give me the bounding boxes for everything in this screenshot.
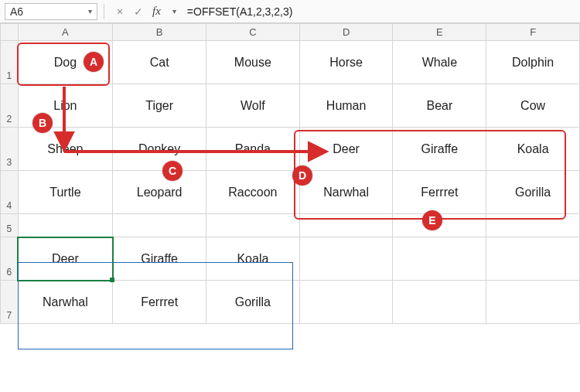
grid[interactable]: A B C D E F 1 Dog Cat Mouse Horse Whale … xyxy=(0,23,580,324)
cell-E7[interactable] xyxy=(393,281,486,324)
cell-A5[interactable] xyxy=(18,214,113,237)
col-header-A[interactable]: A xyxy=(18,24,113,41)
cell-F4[interactable]: Gorilla xyxy=(486,171,580,214)
select-all-corner[interactable] xyxy=(1,24,19,41)
cell-B1[interactable]: Cat xyxy=(113,41,206,84)
col-header-row: A B C D E F xyxy=(1,24,580,41)
cell-F5[interactable] xyxy=(486,214,580,237)
confirm-icon[interactable]: ✓ xyxy=(131,4,146,19)
cell-B7[interactable]: Ferrret xyxy=(113,281,206,324)
cell-B3[interactable]: Donkey xyxy=(113,128,206,171)
cell-A2[interactable]: Lion xyxy=(18,84,113,128)
cell-D7[interactable] xyxy=(299,281,393,324)
cell-D1[interactable]: Horse xyxy=(299,41,393,84)
cell-B2[interactable]: Tiger xyxy=(113,84,206,128)
cell-D3[interactable]: Deer xyxy=(299,128,393,171)
row-3: 3 Sheep Donkey Panda Deer Giraffe Koala xyxy=(1,128,580,171)
cell-D4[interactable]: Narwhal xyxy=(299,171,393,214)
cell-B6[interactable]: Giraffe xyxy=(113,237,206,281)
cell-D2[interactable]: Human xyxy=(299,84,393,128)
cell-B4[interactable]: Leopard xyxy=(113,171,206,214)
col-header-D[interactable]: D xyxy=(299,24,393,41)
row-7: 7 Narwhal Ferrret Gorilla xyxy=(1,281,580,324)
cell-B5[interactable] xyxy=(113,214,206,237)
cell-E4[interactable]: Ferrret xyxy=(393,171,486,214)
cell-A6[interactable]: Deer xyxy=(18,237,113,281)
cell-E5[interactable] xyxy=(393,214,486,237)
cell-F1[interactable]: Dolphin xyxy=(486,41,580,84)
cell-A7[interactable]: Narwhal xyxy=(18,281,113,324)
col-header-E[interactable]: E xyxy=(393,24,486,41)
chevron-down-icon[interactable]: ▾ xyxy=(167,4,183,19)
formula-input[interactable]: =OFFSET(A1,2,3,2,3) xyxy=(184,5,580,18)
cell-C5[interactable] xyxy=(206,214,300,237)
name-box-value: A6 xyxy=(10,5,23,18)
fx-icon[interactable]: fx xyxy=(152,5,161,18)
row-header-6[interactable]: 6 xyxy=(1,237,19,281)
cell-F3[interactable]: Koala xyxy=(486,128,580,171)
cell-D6[interactable] xyxy=(299,237,393,281)
cell-C6[interactable]: Koala xyxy=(206,237,300,281)
col-header-C[interactable]: C xyxy=(206,24,300,41)
row-5: 5 xyxy=(1,214,580,237)
chevron-down-icon: ▾ xyxy=(88,7,92,15)
cell-D5[interactable] xyxy=(299,214,393,237)
cell-F6[interactable] xyxy=(486,237,580,281)
row-4: 4 Turtle Leopard Raccoon Narwhal Ferrret… xyxy=(1,171,580,214)
cell-C3[interactable]: Panda xyxy=(206,128,300,171)
cancel-icon[interactable]: × xyxy=(112,4,128,19)
row-1: 1 Dog Cat Mouse Horse Whale Dolphin xyxy=(1,41,580,84)
row-header-2[interactable]: 2 xyxy=(1,84,19,128)
col-header-F[interactable]: F xyxy=(486,24,580,41)
cell-E3[interactable]: Giraffe xyxy=(393,128,486,171)
cell-F7[interactable] xyxy=(486,281,580,324)
worksheet[interactable]: A B C D E F 1 Dog Cat Mouse Horse Whale … xyxy=(0,23,580,324)
cell-A4[interactable]: Turtle xyxy=(18,171,113,214)
row-header-4[interactable]: 4 xyxy=(1,171,19,214)
cell-C1[interactable]: Mouse xyxy=(206,41,300,84)
name-box[interactable]: A6 ▾ xyxy=(5,3,97,20)
row-6: 6 Deer Giraffe Koala xyxy=(1,237,580,281)
row-2: 2 Lion Tiger Wolf Human Bear Cow xyxy=(1,84,580,128)
cell-E2[interactable]: Bear xyxy=(393,84,486,128)
cell-F2[interactable]: Cow xyxy=(486,84,580,128)
cell-A3[interactable]: Sheep xyxy=(18,128,113,171)
col-header-B[interactable]: B xyxy=(113,24,206,41)
cell-C4[interactable]: Raccoon xyxy=(206,171,300,214)
row-header-3[interactable]: 3 xyxy=(1,128,19,171)
row-header-5[interactable]: 5 xyxy=(1,214,19,237)
cell-A1[interactable]: Dog xyxy=(18,41,113,84)
cell-C7[interactable]: Gorilla xyxy=(206,281,300,324)
row-header-1[interactable]: 1 xyxy=(1,41,19,84)
cell-C2[interactable]: Wolf xyxy=(206,84,300,128)
cell-E1[interactable]: Whale xyxy=(393,41,486,84)
formula-bar: A6 ▾ × ✓ fx ▾ =OFFSET(A1,2,3,2,3) xyxy=(0,0,580,23)
cell-E6[interactable] xyxy=(393,237,486,281)
separator xyxy=(104,4,104,19)
row-header-7[interactable]: 7 xyxy=(1,281,19,324)
